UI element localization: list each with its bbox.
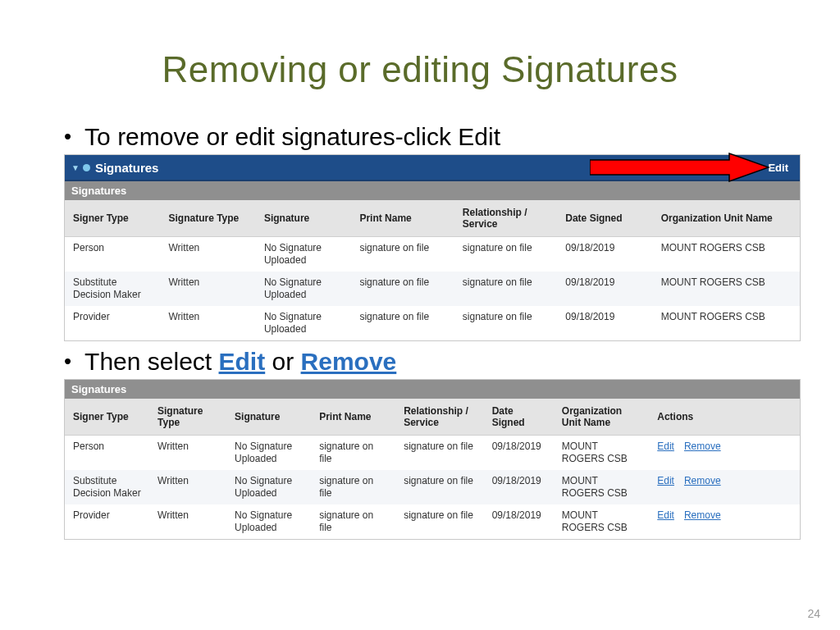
table-row: Substitute Decision MakerWrittenNo Signa…	[65, 470, 800, 504]
bullet-2-text: Then select Edit or Remove	[84, 348, 396, 376]
cell-date: 09/18/2019	[484, 504, 554, 539]
bullet-1-text: To remove or edit signatures-click Edit	[84, 123, 500, 151]
row-remove-link[interactable]: Remove	[684, 509, 721, 521]
cell-org: MOUNT ROGERS CSB	[554, 436, 649, 471]
cell-print: signature on file	[351, 306, 454, 340]
cell-print: signature on file	[351, 272, 454, 306]
col-relationship: Relationship / Service	[454, 200, 557, 237]
cell-signature: No Signature Uploaded	[256, 306, 351, 340]
cell-actions: EditRemove	[649, 504, 800, 539]
panel1-section-title: Signatures	[95, 161, 159, 175]
bullet-2-edit-keyword: Edit	[219, 348, 266, 375]
cell-signer: Person	[65, 436, 149, 471]
cell-signature: No Signature Uploaded	[226, 504, 311, 539]
row-edit-link[interactable]: Edit	[657, 509, 674, 521]
svg-marker-0	[590, 153, 769, 181]
cell-rel: signature on file	[454, 306, 557, 340]
cell-actions: EditRemove	[649, 436, 800, 471]
col-signature: Signature	[256, 200, 351, 237]
table-row: ProviderWrittenNo Signature Uploadedsign…	[65, 306, 800, 340]
col2-signature-type: Signature Type	[149, 399, 226, 436]
panel-indicator-icon	[83, 164, 90, 171]
page-number: 24	[807, 607, 820, 620]
cell-rel: signature on file	[395, 470, 484, 504]
cell-signer: Substitute Decision Maker	[65, 470, 149, 504]
cell-sigtype: Written	[160, 272, 255, 306]
cell-print: signature on file	[311, 470, 395, 504]
col-org-unit: Organization Unit Name	[653, 200, 800, 237]
col2-signature: Signature	[226, 399, 311, 436]
cell-org: MOUNT ROGERS CSB	[653, 272, 800, 306]
cell-sigtype: Written	[149, 504, 226, 539]
signatures-panel-1: ▼ Signatures Edit Signatures Signer Type…	[64, 154, 801, 341]
row-remove-link[interactable]: Remove	[684, 441, 721, 452]
table-row: Substitute Decision MakerWrittenNo Signa…	[65, 272, 800, 306]
cell-signer: Substitute Decision Maker	[65, 272, 160, 306]
col-print-name: Print Name	[351, 200, 454, 237]
panel1-title-bar: ▼ Signatures Edit	[65, 155, 800, 181]
panel1-sub-title: Signatures	[65, 181, 800, 200]
cell-org: MOUNT ROGERS CSB	[554, 504, 649, 539]
cell-org: MOUNT ROGERS CSB	[653, 306, 800, 340]
cell-sigtype: Written	[160, 306, 255, 340]
bullet-1: • To remove or edit signatures-click Edi…	[64, 123, 801, 151]
col-signature-type: Signature Type	[160, 200, 255, 237]
table-row: PersonWrittenNo Signature Uploadedsignat…	[65, 237, 800, 272]
cell-print: signature on file	[311, 504, 395, 539]
cell-signer: Provider	[65, 504, 149, 539]
col-signer-type: Signer Type	[65, 200, 160, 237]
col2-print-name: Print Name	[311, 399, 395, 436]
col2-org-unit: Organization Unit Name	[554, 399, 649, 436]
cell-rel: signature on file	[395, 436, 484, 471]
cell-date: 09/18/2019	[484, 436, 554, 471]
cell-rel: signature on file	[454, 237, 557, 272]
cell-rel: signature on file	[395, 504, 484, 539]
cell-org: MOUNT ROGERS CSB	[554, 470, 649, 504]
cell-print: signature on file	[311, 436, 395, 471]
row-edit-link[interactable]: Edit	[657, 475, 674, 486]
signatures-table-2: Signer Type Signature Type Signature Pri…	[65, 399, 800, 539]
col2-signer-type: Signer Type	[65, 399, 149, 436]
cell-date: 09/18/2019	[557, 306, 652, 340]
cell-date: 09/18/2019	[557, 272, 652, 306]
cell-signer: Provider	[65, 306, 160, 340]
row-edit-link[interactable]: Edit	[657, 441, 674, 452]
row-remove-link[interactable]: Remove	[684, 475, 721, 486]
col2-relationship: Relationship / Service	[395, 399, 484, 436]
collapse-icon[interactable]: ▼	[71, 163, 80, 172]
slide-title: Removing or editing Signatures	[39, 49, 801, 90]
cell-date: 09/18/2019	[557, 237, 652, 272]
bullet-2-remove-keyword: Remove	[301, 348, 397, 375]
red-arrow-icon	[590, 153, 770, 182]
cell-signature: No Signature Uploaded	[256, 272, 351, 306]
cell-signature: No Signature Uploaded	[226, 470, 311, 504]
panel2-sub-title: Signatures	[65, 380, 800, 399]
cell-org: MOUNT ROGERS CSB	[653, 237, 800, 272]
cell-date: 09/18/2019	[484, 470, 554, 504]
bullet-2-prefix: Then select	[84, 348, 218, 375]
table-row: ProviderWrittenNo Signature Uploadedsign…	[65, 504, 800, 539]
cell-signature: No Signature Uploaded	[226, 436, 311, 471]
cell-print: signature on file	[351, 237, 454, 272]
col2-date-signed: Date Signed	[484, 399, 554, 436]
bullet-dot-icon: •	[64, 349, 71, 374]
cell-signature: No Signature Uploaded	[256, 237, 351, 272]
col-date-signed: Date Signed	[557, 200, 652, 237]
cell-signer: Person	[65, 237, 160, 272]
bullet-dot-icon: •	[64, 124, 71, 149]
cell-sigtype: Written	[160, 237, 255, 272]
col2-actions: Actions	[649, 399, 800, 436]
cell-actions: EditRemove	[649, 470, 800, 504]
cell-sigtype: Written	[149, 470, 226, 504]
bullet-2-mid: or	[265, 348, 300, 375]
table-row: PersonWrittenNo Signature Uploadedsignat…	[65, 436, 800, 471]
edit-button[interactable]: Edit	[768, 162, 788, 174]
signatures-panel-2: Signatures Signer Type Signature Type Si…	[64, 379, 801, 540]
cell-rel: signature on file	[454, 272, 557, 306]
signatures-table-1: Signer Type Signature Type Signature Pri…	[65, 200, 800, 340]
bullet-2: • Then select Edit or Remove	[64, 348, 801, 376]
cell-sigtype: Written	[149, 436, 226, 471]
